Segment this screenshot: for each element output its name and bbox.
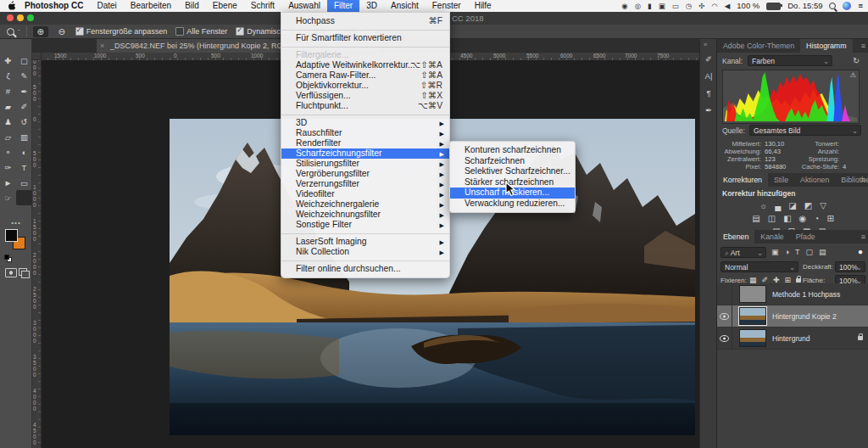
layer-thumbnail[interactable] <box>739 307 766 325</box>
checkbox-box[interactable] <box>236 27 244 36</box>
checkbox-fenstergroesse-anpassen[interactable]: Fenstergröße anpassen <box>75 27 168 36</box>
menu-item-3d[interactable]: 3D▶ <box>281 118 449 128</box>
menu-fenster[interactable]: Fenster <box>426 0 468 12</box>
menu-3d[interactable]: 3D <box>359 0 384 12</box>
layer-thumbnail[interactable] <box>739 329 766 347</box>
menu-auswahl[interactable]: Auswahl <box>281 0 327 12</box>
menu-item-verzerrungsfilter[interactable]: Verzerrungsfilter▶ <box>281 179 449 189</box>
curves-icon[interactable]: ◪ <box>788 201 796 210</box>
display-icon[interactable]: ▭ <box>672 0 679 12</box>
pen-tool[interactable]: ✑ <box>0 160 16 175</box>
panel-menu-icon[interactable]: ≡ <box>861 39 865 53</box>
smudge-tool[interactable]: ⚬ <box>0 144 16 160</box>
kanal-select[interactable]: Farben⌄ <box>748 55 832 66</box>
edit-toolbar-icon[interactable]: ••• <box>0 219 32 227</box>
expand-panels-icon[interactable]: « <box>704 41 707 48</box>
submenu-item-selektiver-scharfzeichner[interactable]: Selektiver Scharfzeichner... <box>450 166 575 177</box>
tool-preset-caret-icon[interactable]: ˇ <box>18 28 20 36</box>
menu-item-hochpass[interactable]: Hochpass⌘F▶ <box>281 16 449 26</box>
tab-pfade[interactable]: Pfade <box>790 230 821 244</box>
default-colors-icon[interactable] <box>4 255 11 261</box>
refresh-histogram-icon[interactable]: ↻ <box>853 56 860 65</box>
menu-item-lasersoft-imaging[interactable]: LaserSoft Imaging▶ <box>281 237 449 247</box>
checkbox-box[interactable] <box>175 27 184 36</box>
menu-filter[interactable]: Filter <box>327 0 359 12</box>
menu-item[interactable]: ▶ <box>281 257 449 264</box>
brush-settings-panel-icon[interactable]: ✐ <box>705 54 712 64</box>
shape-tool[interactable]: ▭ <box>16 175 32 190</box>
tab-kanaele[interactable]: Kanäle <box>754 230 789 244</box>
eyedropper-tool[interactable]: ✒ <box>16 83 32 98</box>
layer-name[interactable]: Methode 1 Hochpass <box>772 290 840 299</box>
type-tool[interactable]: T <box>16 160 32 175</box>
zoom-tool[interactable] <box>16 190 32 205</box>
siri-icon[interactable] <box>843 2 851 10</box>
path-select-tool[interactable]: ► <box>0 175 16 190</box>
hand-tool[interactable]: ☞ <box>0 190 16 205</box>
tab-ebenen[interactable]: Ebenen <box>717 230 754 244</box>
tab-histogramm[interactable]: Histogramm <box>800 39 852 53</box>
layer-name[interactable]: Hintergrund <box>772 334 810 343</box>
eye-icon[interactable] <box>720 335 729 342</box>
menu-ebene[interactable]: Ebene <box>206 0 244 12</box>
menu-hilfe[interactable]: Hilfe <box>468 0 498 12</box>
pixel-layer-filter-icon[interactable]: ▣ <box>771 248 779 256</box>
vertical-ruler[interactable]: 1000500050010001500200025003000350040004… <box>32 60 42 448</box>
bookmark-icon[interactable]: ▮ <box>648 0 652 12</box>
exposure-icon[interactable]: ◩ <box>804 201 812 210</box>
menu-item-adaptive-weitwinkelkorrektur[interactable]: Adaptive Weitwinkelkorrektur...⌥⇧⌘A▶ <box>281 60 449 70</box>
menu-item-videofilter[interactable]: Videofilter▶ <box>281 189 449 199</box>
layer-name[interactable]: Hintergrund Kopie 2 <box>772 312 837 321</box>
layer-hintergrund[interactable]: Hintergrund <box>717 328 868 350</box>
lasso-tool[interactable]: ζ <box>0 68 16 83</box>
menu-ansicht[interactable]: Ansicht <box>384 0 426 12</box>
menubar-clock[interactable]: Do. 15:59 <box>787 0 822 12</box>
close-window-button[interactable] <box>7 14 14 21</box>
app-icon[interactable]: ▣ <box>659 0 665 12</box>
zoom-window-button[interactable] <box>27 14 34 21</box>
properties-panel-icon[interactable]: ✒ <box>705 105 712 115</box>
tab-adobe-color-themen[interactable]: Adobe Color-Themen <box>717 39 800 53</box>
tab-korrekturen[interactable]: Korrekturen <box>717 173 768 187</box>
quelle-select[interactable]: Gesamtes Bild⌄ <box>749 125 861 136</box>
foreground-color-swatch[interactable] <box>5 229 18 242</box>
time-machine-icon[interactable]: ◷ <box>686 0 692 12</box>
gradient-tool[interactable]: ▥ <box>16 129 32 144</box>
clone-stamp-tool[interactable]: ♟ <box>0 114 16 129</box>
menu-bearbeiten[interactable]: Bearbeiten <box>124 0 178 12</box>
menu-item-weichzeichnergalerie[interactable]: Weichzeichnergalerie▶ <box>281 199 449 210</box>
smart-object-filter-icon[interactable]: ▤ <box>819 248 826 256</box>
tab-aktionen[interactable]: Aktionen <box>794 173 835 187</box>
character-panel-icon[interactable]: A| <box>705 71 713 81</box>
layer-visibility-cell[interactable] <box>717 283 732 305</box>
crop-tool[interactable]: # <box>0 83 16 98</box>
levels-icon[interactable]: ▄ <box>775 201 781 210</box>
brush-tool[interactable]: ✐ <box>16 98 32 114</box>
channel-mixer-icon[interactable]: ◔ <box>814 214 819 223</box>
layer-filter-select[interactable]: ⌕ Art⌄ <box>721 247 766 258</box>
screen-mode-button[interactable] <box>19 268 27 276</box>
menu-item-scharfzeichnungsfilter[interactable]: Scharfzeichnungsfilter▶ <box>281 148 449 159</box>
menu-item-stilisierungsfilter[interactable]: Stilisierungsfilter▶ <box>281 159 449 169</box>
menu-photoshop[interactable]: Photoshop CC <box>18 0 90 12</box>
fan-icon[interactable]: ✣ <box>698 0 704 12</box>
menu-datei[interactable]: Datei <box>90 0 123 12</box>
color-balance-icon[interactable]: ◫ <box>768 214 776 223</box>
tab-stile[interactable]: Stile <box>768 173 794 187</box>
history-brush-tool[interactable]: ↺ <box>16 114 32 129</box>
hue-saturation-icon[interactable]: ▤ <box>752 214 760 223</box>
layer-visibility-cell[interactable] <box>717 328 732 349</box>
wifi-icon[interactable]: ◠ <box>711 0 717 12</box>
cached-data-warning-icon[interactable]: ⚠ <box>850 71 856 79</box>
menu-item-rauschfilter[interactable]: Rauschfilter▶ <box>281 128 449 138</box>
menu-item-filtergalerie[interactable]: Filtergalerie...▶ <box>281 50 449 60</box>
menu-item-renderfilter[interactable]: Renderfilter▶ <box>281 138 449 148</box>
checkbox-alle-fenster[interactable]: Alle Fenster <box>175 27 227 36</box>
menu-item-weichzeichnungsfilter[interactable]: Weichzeichnungsfilter▶ <box>281 210 449 220</box>
move-tool[interactable]: ✚ <box>0 53 16 68</box>
layer-hintergrund-kopie-2[interactable]: Hintergrund Kopie 2 <box>717 305 868 328</box>
blend-mode-select[interactable]: Normal⌄ <box>721 261 798 272</box>
menu-item[interactable]: ▶ <box>281 230 449 237</box>
menu-item-fuer-smartfilter-konvertieren[interactable]: Für Smartfilter konvertieren▶ <box>281 33 449 43</box>
paragraph-panel-icon[interactable]: ¶ <box>706 88 710 98</box>
